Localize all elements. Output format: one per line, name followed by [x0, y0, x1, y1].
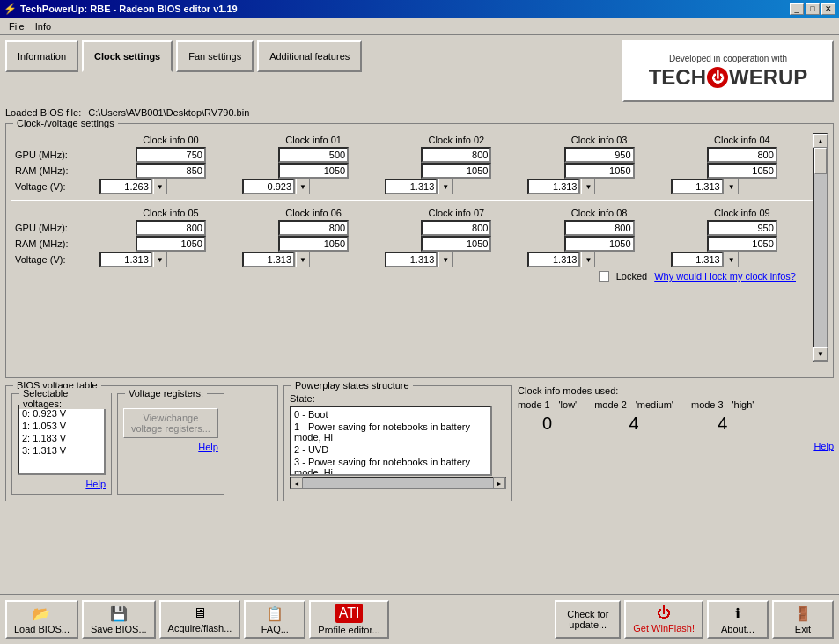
registers-help-link[interactable]: Help — [123, 442, 218, 452]
mode-2-label: mode 2 - 'medium' — [594, 399, 673, 410]
exit-button[interactable]: 🚪 Exit — [772, 600, 834, 639]
gpu-input-8[interactable] — [564, 220, 635, 236]
voltage-help-link[interactable]: Help — [18, 479, 106, 489]
voltage-item-2[interactable]: 2: 1.183 V — [20, 432, 103, 444]
voltage-dropdown-8[interactable]: ▼ — [581, 252, 595, 267]
ram-input-4[interactable] — [707, 163, 777, 179]
selectable-voltages-title: Selectable voltages: — [19, 388, 111, 409]
voltage-input-8[interactable] — [527, 252, 580, 267]
check-update-button[interactable]: Check forupdate... — [555, 600, 621, 639]
powerplay-list[interactable]: 0 - Boot 1 - Power saving for notebooks … — [290, 406, 492, 476]
gpu-input-6[interactable] — [278, 220, 349, 236]
voltage-dropdown-0[interactable]: ▼ — [153, 179, 167, 194]
ram-input-1[interactable] — [278, 163, 349, 179]
powerplay-item-3[interactable]: 3 - Power saving for notebooks in batter… — [292, 456, 489, 476]
locked-row: Locked Why would I lock my clock infos? — [11, 267, 813, 285]
minimize-button[interactable]: _ — [790, 3, 804, 15]
tab-information[interactable]: Information — [5, 40, 78, 72]
about-button[interactable]: ℹ About... — [707, 600, 769, 639]
voltage-input-9[interactable] — [671, 252, 724, 267]
powerplay-item-1[interactable]: 1 - Power saving for notebooks in batter… — [292, 421, 489, 443]
ram-input-0[interactable] — [136, 163, 206, 179]
mode-2-col: mode 2 - 'medium' 4 — [594, 399, 673, 434]
logo-power-icon: ⏻ — [707, 67, 728, 88]
voltage-dropdown-1[interactable]: ▼ — [296, 179, 310, 194]
voltage-item-1[interactable]: 1: 1.053 V — [20, 420, 103, 432]
menu-file[interactable]: File — [4, 19, 30, 33]
save-bios-button[interactable]: 💾 Save BIOS... — [82, 600, 156, 639]
why-lock-link[interactable]: Why would I lock my clock infos? — [654, 271, 796, 282]
ram-input-8[interactable] — [564, 236, 635, 252]
col-header-3: Clock info 03 — [527, 133, 670, 147]
maximize-button[interactable]: □ — [806, 3, 820, 15]
close-button[interactable]: ✕ — [821, 3, 835, 15]
locked-label: Locked — [616, 271, 647, 282]
tab-fan-settings[interactable]: Fan settings — [176, 40, 254, 72]
tab-clock-settings[interactable]: Clock settings — [82, 40, 173, 72]
exit-icon: 🚪 — [794, 605, 812, 622]
save-bios-label: Save BIOS... — [91, 624, 147, 634]
gpu-input-3[interactable] — [564, 147, 635, 163]
scroll-up-button[interactable]: ▲ — [813, 134, 828, 148]
gpu-input-0[interactable] — [136, 147, 206, 163]
ram-input-3[interactable] — [564, 163, 635, 179]
voltage-dropdown-6[interactable]: ▼ — [296, 252, 310, 267]
voltage-item-3[interactable]: 3: 1.313 V — [20, 444, 103, 457]
voltage-input-5[interactable] — [99, 252, 152, 267]
voltage-input-6[interactable] — [242, 252, 295, 267]
voltage-input-2[interactable] — [385, 179, 438, 194]
voltage-dropdown-9[interactable]: ▼ — [725, 252, 739, 267]
vertical-scrollbar[interactable]: ▲ ▼ — [813, 133, 828, 362]
load-bios-button[interactable]: 📂 Load BIOS... — [5, 600, 78, 639]
acquire-flash-label: Acquire/flash... — [168, 623, 232, 633]
modes-help-link[interactable]: Help — [518, 441, 834, 451]
ram-input-5[interactable] — [136, 236, 206, 252]
horizontal-scrollbar[interactable]: ◄ ► — [290, 477, 506, 489]
voltage-row-1: Voltage (V): ▼ ▼ — [11, 179, 813, 194]
voltage-input-4[interactable] — [671, 179, 724, 194]
col-header-7: Clock info 07 — [385, 206, 527, 220]
profile-editor-button[interactable]: ATI Profile editor... — [309, 600, 388, 639]
ram-input-9[interactable] — [707, 236, 777, 252]
voltage-cell-2: ▼ — [385, 179, 527, 194]
get-winflash-button[interactable]: ⏻ Get WinFlash! — [624, 600, 703, 639]
scroll-left-button[interactable]: ◄ — [291, 477, 303, 489]
ram-input-2[interactable] — [421, 163, 491, 179]
gpu-input-9[interactable] — [707, 220, 777, 236]
voltage-dropdown-7[interactable]: ▼ — [438, 252, 453, 267]
voltage-item-0[interactable]: 0: 0.923 V — [20, 407, 103, 420]
voltage-dropdown-5[interactable]: ▼ — [153, 252, 167, 267]
logo-werup: WERUP — [729, 65, 807, 90]
view-voltage-button[interactable]: View/changevoltage registers... — [123, 408, 218, 438]
ram-input-7[interactable] — [421, 236, 491, 252]
gpu-input-5[interactable] — [136, 220, 206, 236]
tab-additional-features[interactable]: Additional features — [257, 40, 362, 72]
voltage-dropdown-2[interactable]: ▼ — [438, 179, 453, 194]
selectable-voltages-list[interactable]: 0: 0.923 V 1: 1.053 V 2: 1.183 V 3: 1.31… — [18, 405, 106, 475]
ram-input-6[interactable] — [278, 236, 349, 252]
scroll-thumb[interactable] — [814, 148, 827, 174]
gpu-input-7[interactable] — [421, 220, 491, 236]
powerplay-item-2[interactable]: 2 - UVD — [292, 443, 489, 456]
menu-info[interactable]: Info — [30, 19, 56, 33]
voltage-dropdown-3[interactable]: ▼ — [581, 179, 595, 194]
gpu-input-2[interactable] — [421, 147, 491, 163]
voltage-input-1[interactable] — [242, 179, 295, 194]
scroll-down-button[interactable]: ▼ — [813, 347, 828, 361]
gpu-input-4[interactable] — [707, 147, 777, 163]
voltage-input-7[interactable] — [385, 252, 438, 267]
locked-checkbox[interactable] — [599, 271, 609, 282]
faq-button[interactable]: 📋 FAQ... — [244, 600, 305, 639]
scroll-right-button[interactable]: ► — [493, 477, 505, 489]
gpu-input-1[interactable] — [278, 147, 349, 163]
window-controls: _ □ ✕ — [790, 3, 835, 15]
powerplay-item-0[interactable]: 0 - Boot — [292, 408, 489, 421]
menu-bar: File Info — [0, 18, 839, 35]
faq-label: FAQ... — [261, 624, 289, 634]
voltage-input-0[interactable] — [99, 179, 152, 194]
acquire-flash-button[interactable]: 🖥 Acquire/flash... — [159, 600, 241, 639]
check-update-label: Check forupdate... — [567, 609, 608, 630]
voltage-dropdown-4[interactable]: ▼ — [725, 179, 739, 194]
powerplay-title: Powerplay states structure — [291, 380, 413, 391]
voltage-input-3[interactable] — [527, 179, 580, 194]
